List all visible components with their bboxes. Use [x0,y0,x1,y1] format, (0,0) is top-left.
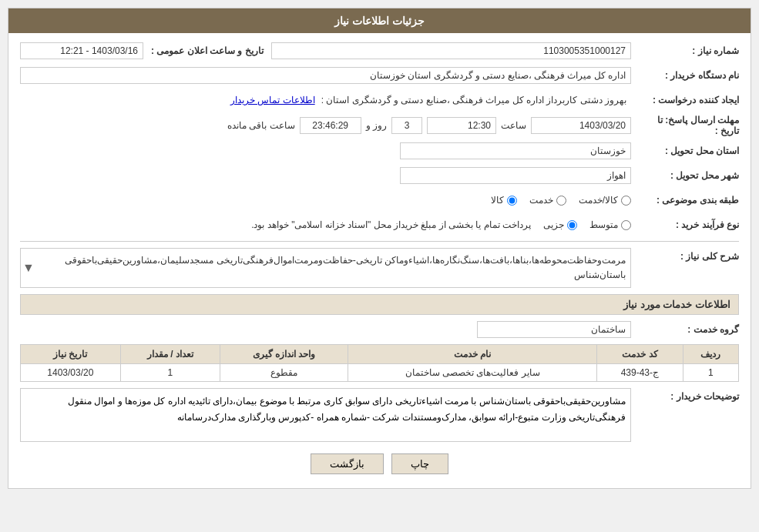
radio-jozi[interactable]: جزیی [543,219,577,230]
service-group-label: گروه خدمت : [631,324,739,335]
col-qty: تعداد / مقدار [120,345,220,364]
col-unit: واحد اندازه گیری [220,345,348,364]
col-name: نام خدمت [348,345,597,364]
row-need-number: شماره نیاز : 1103005351000127 تاریخ و سا… [20,41,739,61]
need-desc-container: مرمت‌وحفاظت‌محوطه‌ها،بناها،بافت‌ها،سنگ‌ن… [20,248,631,288]
contact-link[interactable]: اطلاعات تماس خریدار [230,95,315,105]
need-number-label: شماره نیاز : [631,45,739,56]
row-province: استان محل تحویل : خوزستان [20,141,739,161]
row-purchase-type: نوع فرآیند خرید : متوسط جزیی پرداخت تمام… [20,215,739,235]
need-number-value: 1103005351000127 [271,42,631,59]
service-table-header: ردیف کد خدمت نام خدمت واحد اندازه گیری ت… [21,345,739,364]
radio-jozi-input[interactable] [567,220,577,230]
print-button[interactable]: چاپ [391,453,448,474]
radio-kala-khedmat-label: کالا/خدمت [579,195,618,206]
purchase-radio-group: متوسط جزیی [543,219,631,230]
row-creator: ایجاد کننده درخواست : بهروز دشتی کاربردا… [20,90,739,110]
service-table-header-row: ردیف کد خدمت نام خدمت واحد اندازه گیری ت… [21,345,739,364]
table-cell-name: سایر فعالیت‌های تخصصی ساختمان [348,364,597,382]
panel-body: شماره نیاز : 1103005351000127 تاریخ و سا… [8,33,751,488]
radio-jozi-label: جزیی [543,219,564,230]
radio-motavasset[interactable]: متوسط [589,219,631,230]
row-service-group: گروه خدمت : ساختمان [20,320,739,340]
table-cell-date: 1403/03/20 [21,364,121,382]
deadline-group: 1403/03/20 ساعت 12:30 3 روز و 23:46:29 س… [20,117,631,134]
purchase-type-note: پرداخت تمام یا بخشی از مبلغ خریداز محل "… [251,219,531,230]
service-group-value: ساختمان [477,321,631,338]
table-cell-quantity: 1 [120,364,220,382]
radio-khedmat-label: خدمت [529,195,553,206]
deadline-date: 1403/03/20 [531,117,631,134]
page-container: جزئیات اطلاعات نیاز شماره نیاز : 1103005… [0,0,759,532]
table-cell-unit: مقطوع [220,364,348,382]
radio-kala[interactable]: کالا [491,195,517,206]
services-section-title: اطلاعات خدمات مورد نیاز [20,294,739,315]
province-value: خوزستان [400,142,631,159]
main-panel: جزئیات اطلاعات نیاز شماره نیاز : 1103005… [8,8,751,489]
days-value: 3 [391,117,422,134]
col-row: ردیف [683,345,738,364]
row-org-name: نام دستگاه خریدار : اداره کل میراث فرهنگ… [20,65,739,85]
col-code: کد خدمت [597,345,683,364]
creator-text: بهروز دشتی کاربرداز اداره کل میراث فرهنگ… [321,95,626,105]
row-category: طبقه بندی موضوعی : کالا/خدمت خدمت کالا [20,190,739,210]
table-row: 1ج-43-439سایر فعالیت‌های تخصصی ساختمانمق… [21,364,739,382]
radio-khedmat[interactable]: خدمت [529,195,566,206]
service-table-body: 1ج-43-439سایر فعالیت‌های تخصصی ساختمانمق… [21,364,739,382]
purchase-type-group: متوسط جزیی پرداخت تمام یا بخشی از مبلغ خ… [20,219,631,230]
city-value: اهواز [400,167,631,184]
buyer-desc-label: توضیحات خریدار : [631,388,739,402]
radio-kala-khedmat-input[interactable] [621,196,631,206]
org-name-value: اداره کل میراث فرهنگی ،صنایع دستی و گردش… [20,67,631,84]
divider-1 [20,241,739,242]
category-radio-group: کالا/خدمت خدمت کالا [491,195,631,206]
deadline-label: مهلت ارسال پاسخ: تا تاریخ : [631,115,739,136]
province-label: استان محل تحویل : [631,146,739,156]
radio-motavasset-input[interactable] [621,220,631,230]
remaining-time: 23:46:29 [300,117,361,134]
row-need-desc: شرح کلی نیاز : مرمت‌وحفاظت‌محوطه‌ها،بناه… [20,248,739,288]
creator-value: بهروز دشتی کاربرداز اداره کل میراث فرهنگ… [20,92,631,109]
radio-kala-label: کالا [491,195,504,206]
row-deadline: مهلت ارسال پاسخ: تا تاریخ : 1403/03/20 س… [20,115,739,136]
panel-header: جزئیات اطلاعات نیاز [8,8,751,33]
days-label: روز و [366,120,387,131]
need-desc-value: مرمت‌وحفاظت‌محوطه‌ها،بناها،بافت‌ها،سنگ‌ن… [65,255,626,280]
table-cell-row: 1 [683,364,738,382]
radio-khedmat-input[interactable] [556,196,566,206]
buyer-desc-container [20,388,631,444]
deadline-time: 12:30 [427,117,496,134]
purchase-type-label: نوع فرآیند خرید : [631,219,739,230]
radio-kala-khedmat[interactable]: کالا/خدمت [579,195,631,206]
table-cell-code: ج-43-439 [597,364,683,382]
buyer-desc-textarea [20,388,631,442]
row-buyer-desc: توضیحات خریدار : [20,388,739,444]
remaining-label: ساعت باقی مانده [227,120,295,131]
panel-title: جزئیات اطلاعات نیاز [334,15,425,27]
category-label: طبقه بندی موضوعی : [631,195,739,206]
service-table: ردیف کد خدمت نام خدمت واحد اندازه گیری ت… [20,344,739,382]
buttons-row: چاپ بازگشت [20,453,739,474]
radio-kala-input[interactable] [507,196,517,206]
date-label: تاریخ و ساعت اعلان عمومی : [151,45,264,56]
creator-label: ایجاد کننده درخواست : [631,95,739,105]
scroll-indicator: ▼ [22,258,35,278]
org-name-label: نام دستگاه خریدار : [631,70,739,81]
need-desc-label: شرح کلی نیاز : [631,248,739,262]
row-city: شهر محل تحویل : اهواز [20,166,739,186]
col-date: تاریخ نیاز [21,345,121,364]
need-desc-box: مرمت‌وحفاظت‌محوطه‌ها،بناها،بافت‌ها،سنگ‌ن… [20,248,631,288]
back-button[interactable]: بازگشت [311,453,384,474]
date-value: 1403/03/16 - 12:21 [20,42,143,59]
radio-motavasset-label: متوسط [589,219,618,230]
deadline-time-label: ساعت [501,120,526,131]
city-label: شهر محل تحویل : [631,170,739,181]
